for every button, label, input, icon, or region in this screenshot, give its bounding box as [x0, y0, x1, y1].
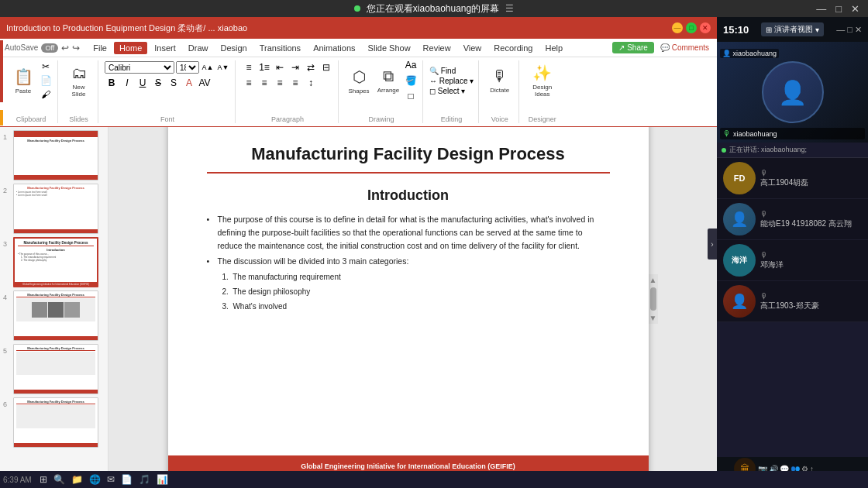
slide-img-2[interactable]: Manufacturing Facility Design Process • …	[13, 184, 98, 234]
taskbar-mail[interactable]: ✉	[105, 473, 117, 486]
menu-design[interactable]: Design	[215, 42, 252, 54]
menu-recording[interactable]: Recording	[488, 42, 538, 54]
menu-transitions[interactable]: Transitions	[254, 42, 306, 54]
paste-btn[interactable]: 📋 Paste	[9, 60, 37, 101]
align-left-btn[interactable]: ≡	[242, 76, 256, 90]
line-spacing-btn[interactable]: ↕	[304, 76, 318, 90]
slide-scrollbar[interactable]: ▲ ▼	[649, 274, 658, 324]
ppt-minimize-btn[interactable]: —	[672, 22, 683, 33]
select-btn[interactable]: ◻ Select ▾	[429, 87, 474, 95]
scroll-thumb[interactable]	[650, 287, 656, 311]
decrease-indent-btn[interactable]: ⇤	[273, 60, 287, 74]
menu-home[interactable]: Home	[114, 42, 147, 54]
menu-animations[interactable]: Animations	[308, 42, 360, 54]
minimize-btn[interactable]: —	[814, 3, 828, 15]
dictate-btn[interactable]: 🎙 Dictate	[486, 60, 514, 101]
participant-item-2[interactable]: 👤 🎙 能动E19 41918082 高云翔	[717, 199, 868, 240]
scroll-down-btn[interactable]: ▼	[648, 312, 659, 324]
shadow-btn[interactable]: S	[167, 76, 181, 90]
shapes-btn[interactable]: ⬡ Shapes	[345, 60, 373, 101]
slide-thumb-2[interactable]: 2 Manufacturing Facility Design Process …	[3, 184, 105, 234]
comments-button[interactable]: 💬 Comments	[657, 42, 712, 53]
slide-img-6[interactable]: Manufacturing Facility Design Process	[13, 397, 98, 448]
participant-item-1[interactable]: FD 🎙 高工1904胡磊	[717, 158, 868, 199]
presenter-view-btn[interactable]: ⊞ 演讲者视图 ▾	[761, 22, 824, 36]
rtl-btn[interactable]: ⇄	[304, 60, 318, 74]
taskbar-doc[interactable]: 📄	[119, 473, 135, 486]
taskbar-media[interactable]: 🎵	[136, 473, 153, 486]
taskbar-browser[interactable]: 🌐	[87, 473, 103, 486]
menu-slideshow[interactable]: Slide Show	[363, 42, 416, 54]
slide-panel[interactable]: 1 Manufacturing Facility Design Process	[0, 127, 108, 471]
slide-thumb-6[interactable]: 6 Manufacturing Facility Design Process	[3, 397, 105, 448]
participant-item-3[interactable]: 海洋 🎙 邓海洋	[717, 240, 868, 281]
slide-thumb-1[interactable]: 1 Manufacturing Facility Design Process	[3, 130, 105, 180]
quick-styles-btn[interactable]: Aa	[404, 58, 418, 72]
slide-img-3[interactable]: Manufacturing Facility Design Process In…	[13, 237, 98, 287]
participant-list[interactable]: FD 🎙 高工1904胡磊 👤 🎙 能动E19 41918082 高云翔	[717, 158, 868, 457]
menu-file[interactable]: File	[88, 42, 112, 54]
slide-img-1[interactable]: Manufacturing Facility Design Process	[13, 130, 98, 180]
redo-icon[interactable]: ↪	[72, 43, 80, 53]
copy-btn[interactable]: 📄	[39, 74, 53, 87]
menu-insert[interactable]: Insert	[149, 42, 181, 54]
scroll-up-btn[interactable]: ▲	[648, 274, 659, 286]
ppt-close-btn[interactable]: ✕	[700, 22, 711, 33]
menu-help[interactable]: Help	[539, 42, 568, 54]
menu-view[interactable]: View	[458, 42, 487, 54]
find-btn[interactable]: 🔍 Find	[429, 67, 474, 75]
justify-btn[interactable]: ≡	[288, 76, 302, 90]
cut-btn[interactable]: ✂	[39, 60, 53, 73]
taskbar-sheets[interactable]: 📊	[154, 473, 170, 486]
slide-img-5[interactable]: Manufacturing Facility Design Process	[13, 344, 98, 394]
slide-img-4[interactable]: Manufacturing Facility Design Process	[13, 290, 98, 341]
shape-fill-btn[interactable]: 🪣	[404, 74, 418, 88]
panel-close-btn[interactable]: ✕	[855, 25, 862, 35]
numbering-btn[interactable]: 1≡	[257, 60, 271, 74]
columns-btn[interactable]: ⊟	[319, 60, 333, 74]
font-decrease-btn[interactable]: A▼	[216, 60, 230, 74]
slide-canvas[interactable]: Manufacturing Facility Design Process In…	[168, 127, 649, 471]
participant-avatar-2: 👤	[723, 203, 756, 235]
hamburger-icon[interactable]: ☰	[505, 3, 514, 14]
taskbar-files[interactable]: 📁	[69, 473, 85, 486]
bold-btn[interactable]: B	[105, 76, 119, 90]
maximize-btn[interactable]: □	[833, 3, 844, 15]
close-btn[interactable]: ✕	[849, 3, 862, 15]
taskbar-icons: ⊞ 🔍 📁 🌐 ✉ 📄 🎵 📊	[37, 473, 170, 486]
bullets-btn[interactable]: ≡	[242, 60, 256, 74]
ppt-maximize-btn[interactable]: □	[686, 22, 697, 33]
panel-min-btn[interactable]: —	[836, 25, 845, 35]
slide-thumb-5[interactable]: 5 Manufacturing Facility Design Process	[3, 344, 105, 394]
autosave-toggle[interactable]: Off	[41, 43, 58, 53]
design-ideas-btn[interactable]: ✨ DesignIdeas	[529, 60, 556, 101]
font-color-btn[interactable]: A	[182, 76, 196, 90]
menu-draw[interactable]: Draw	[183, 42, 214, 54]
char-spacing-btn[interactable]: AV	[198, 76, 212, 90]
undo-icon[interactable]: ↩	[61, 43, 69, 53]
center-btn[interactable]: ≡	[257, 76, 271, 90]
taskbar-start[interactable]: ⊞	[37, 473, 50, 486]
arrange-btn[interactable]: ⧉ Arrange	[374, 60, 402, 101]
new-slide-btn[interactable]: 🗂 NewSlide	[65, 60, 93, 101]
shape-outline-btn[interactable]: □	[404, 89, 418, 103]
main-slide-area[interactable]: Manufacturing Facility Design Process In…	[108, 127, 717, 471]
collapse-panel-btn[interactable]: ›	[708, 229, 717, 259]
underline-btn[interactable]: U	[136, 76, 150, 90]
participant-item-4[interactable]: 👤 🎙 高工1903-郑天豪	[717, 281, 868, 322]
share-button[interactable]: ↗ Share	[612, 42, 653, 53]
align-right-btn[interactable]: ≡	[273, 76, 287, 90]
format-painter-btn[interactable]: 🖌	[39, 88, 53, 101]
slide-thumb-4[interactable]: 4 Manufacturing Facility Design Process	[3, 290, 105, 341]
replace-btn[interactable]: ↔ Replace ▾	[429, 77, 474, 85]
panel-max-btn[interactable]: □	[847, 25, 852, 35]
font-family-select[interactable]: Calibri	[105, 61, 174, 74]
font-size-select[interactable]: 18	[176, 61, 199, 74]
increase-indent-btn[interactable]: ⇥	[288, 60, 302, 74]
menu-review[interactable]: Review	[418, 42, 456, 54]
slide-thumb-3[interactable]: 3 Manufacturing Facility Design Process …	[3, 237, 105, 287]
italic-btn[interactable]: I	[120, 76, 134, 90]
font-increase-btn[interactable]: A▲	[201, 60, 215, 74]
strikethrough-btn[interactable]: S	[151, 76, 165, 90]
taskbar-search[interactable]: 🔍	[51, 473, 67, 486]
